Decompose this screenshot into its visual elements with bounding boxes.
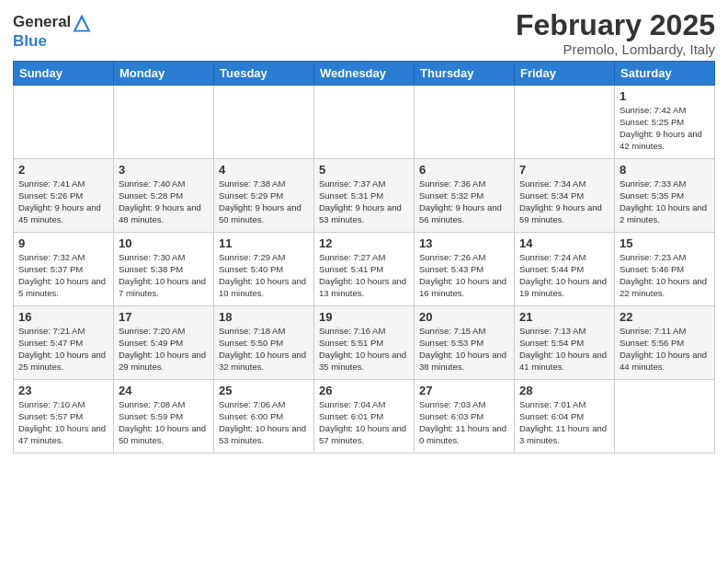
- subtitle: Premolo, Lombardy, Italy: [516, 41, 715, 57]
- day-info: Sunrise: 7:24 AM Sunset: 5:44 PM Dayligh…: [519, 252, 609, 299]
- title-block: February 2025 Premolo, Lombardy, Italy: [516, 9, 715, 57]
- calendar-cell: 1Sunrise: 7:42 AM Sunset: 5:25 PM Daylig…: [615, 86, 715, 159]
- header-monday: Monday: [114, 62, 214, 86]
- calendar-cell: 15Sunrise: 7:23 AM Sunset: 5:46 PM Dayli…: [615, 233, 715, 306]
- day-number: 27: [419, 384, 509, 397]
- logo-blue: Blue: [13, 33, 93, 51]
- day-info: Sunrise: 7:36 AM Sunset: 5:32 PM Dayligh…: [419, 178, 509, 225]
- calendar-cell: 16Sunrise: 7:21 AM Sunset: 5:47 PM Dayli…: [14, 306, 114, 380]
- day-number: 11: [219, 236, 309, 250]
- calendar-header-row: Sunday Monday Tuesday Wednesday Thursday…: [14, 62, 715, 86]
- calendar-cell: [415, 86, 515, 159]
- calendar-cell: 9Sunrise: 7:32 AM Sunset: 5:37 PM Daylig…: [14, 233, 114, 306]
- calendar-table: Sunday Monday Tuesday Wednesday Thursday…: [13, 61, 715, 454]
- calendar-cell: 11Sunrise: 7:29 AM Sunset: 5:40 PM Dayli…: [214, 233, 314, 306]
- day-number: 20: [419, 310, 509, 324]
- header-tuesday: Tuesday: [214, 62, 314, 86]
- day-number: 7: [519, 163, 609, 177]
- header-thursday: Thursday: [415, 62, 515, 86]
- month-title: February 2025: [516, 9, 715, 41]
- day-info: Sunrise: 7:38 AM Sunset: 5:29 PM Dayligh…: [219, 178, 309, 225]
- day-number: 24: [119, 384, 209, 397]
- day-info: Sunrise: 7:10 AM Sunset: 5:57 PM Dayligh…: [18, 399, 108, 446]
- day-number: 22: [620, 310, 710, 324]
- day-info: Sunrise: 7:21 AM Sunset: 5:47 PM Dayligh…: [18, 326, 108, 373]
- logo-general: General: [13, 13, 71, 30]
- day-info: Sunrise: 7:04 AM Sunset: 6:01 PM Dayligh…: [319, 399, 409, 446]
- calendar-cell: 8Sunrise: 7:33 AM Sunset: 5:35 PM Daylig…: [615, 159, 715, 233]
- calendar-cell: [114, 86, 214, 159]
- calendar-cell: 20Sunrise: 7:15 AM Sunset: 5:53 PM Dayli…: [415, 306, 515, 380]
- day-info: Sunrise: 7:41 AM Sunset: 5:26 PM Dayligh…: [18, 178, 108, 225]
- day-number: 4: [219, 163, 309, 177]
- header-wednesday: Wednesday: [314, 62, 415, 86]
- day-info: Sunrise: 7:37 AM Sunset: 5:31 PM Dayligh…: [319, 178, 409, 225]
- calendar-cell: 6Sunrise: 7:36 AM Sunset: 5:32 PM Daylig…: [415, 159, 515, 233]
- day-info: Sunrise: 7:13 AM Sunset: 5:54 PM Dayligh…: [519, 326, 609, 373]
- header-friday: Friday: [515, 62, 615, 86]
- calendar-cell: 14Sunrise: 7:24 AM Sunset: 5:44 PM Dayli…: [515, 233, 615, 306]
- day-number: 17: [119, 310, 209, 324]
- day-number: 28: [519, 384, 609, 397]
- calendar-cell: 13Sunrise: 7:26 AM Sunset: 5:43 PM Dayli…: [415, 233, 515, 306]
- week-row-0: 1Sunrise: 7:42 AM Sunset: 5:25 PM Daylig…: [14, 86, 715, 159]
- week-row-1: 2Sunrise: 7:41 AM Sunset: 5:26 PM Daylig…: [14, 159, 715, 233]
- calendar-cell: 28Sunrise: 7:01 AM Sunset: 6:04 PM Dayli…: [515, 380, 615, 454]
- calendar-cell: 22Sunrise: 7:11 AM Sunset: 5:56 PM Dayli…: [615, 306, 715, 380]
- day-number: 18: [219, 310, 309, 324]
- day-info: Sunrise: 7:27 AM Sunset: 5:41 PM Dayligh…: [319, 252, 409, 299]
- day-number: 6: [419, 163, 509, 177]
- day-info: Sunrise: 7:01 AM Sunset: 6:04 PM Dayligh…: [519, 399, 609, 446]
- day-info: Sunrise: 7:34 AM Sunset: 5:34 PM Dayligh…: [519, 178, 609, 225]
- day-number: 16: [18, 310, 108, 324]
- day-number: 26: [319, 384, 409, 397]
- day-info: Sunrise: 7:30 AM Sunset: 5:38 PM Dayligh…: [119, 252, 209, 299]
- day-info: Sunrise: 7:29 AM Sunset: 5:40 PM Dayligh…: [219, 252, 309, 299]
- day-info: Sunrise: 7:33 AM Sunset: 5:35 PM Dayligh…: [620, 178, 710, 225]
- calendar-cell: 18Sunrise: 7:18 AM Sunset: 5:50 PM Dayli…: [214, 306, 314, 380]
- week-row-4: 23Sunrise: 7:10 AM Sunset: 5:57 PM Dayli…: [14, 380, 715, 454]
- page-container: General Blue February 2025 Premolo, Lomb…: [0, 0, 728, 463]
- day-number: 19: [319, 310, 409, 324]
- day-info: Sunrise: 7:08 AM Sunset: 5:59 PM Dayligh…: [119, 399, 209, 446]
- day-info: Sunrise: 7:18 AM Sunset: 5:50 PM Dayligh…: [219, 326, 309, 373]
- day-info: Sunrise: 7:03 AM Sunset: 6:03 PM Dayligh…: [419, 399, 509, 446]
- day-number: 12: [319, 236, 409, 250]
- day-info: Sunrise: 7:06 AM Sunset: 6:00 PM Dayligh…: [219, 399, 309, 446]
- day-info: Sunrise: 7:42 AM Sunset: 5:25 PM Dayligh…: [620, 105, 710, 152]
- calendar-cell: [214, 86, 314, 159]
- day-number: 9: [18, 236, 108, 250]
- calendar-cell: [615, 380, 715, 454]
- day-info: Sunrise: 7:32 AM Sunset: 5:37 PM Dayligh…: [18, 252, 108, 299]
- calendar-cell: 21Sunrise: 7:13 AM Sunset: 5:54 PM Dayli…: [515, 306, 615, 380]
- day-number: 15: [620, 236, 710, 250]
- logo: General Blue: [13, 13, 93, 51]
- calendar-cell: 17Sunrise: 7:20 AM Sunset: 5:49 PM Dayli…: [114, 306, 214, 380]
- day-number: 13: [419, 236, 509, 250]
- day-number: 23: [18, 384, 108, 397]
- day-number: 3: [119, 163, 209, 177]
- calendar-cell: 25Sunrise: 7:06 AM Sunset: 6:00 PM Dayli…: [214, 380, 314, 454]
- header-sunday: Sunday: [14, 62, 114, 86]
- day-number: 10: [119, 236, 209, 250]
- day-number: 8: [620, 163, 710, 177]
- calendar-cell: [14, 86, 114, 159]
- header-saturday: Saturday: [615, 62, 715, 86]
- calendar-cell: [314, 86, 415, 159]
- day-number: 1: [620, 89, 710, 103]
- calendar-cell: 24Sunrise: 7:08 AM Sunset: 5:59 PM Dayli…: [114, 380, 214, 454]
- calendar-cell: 2Sunrise: 7:41 AM Sunset: 5:26 PM Daylig…: [14, 159, 114, 233]
- header: General Blue February 2025 Premolo, Lomb…: [13, 9, 715, 57]
- calendar-cell: 26Sunrise: 7:04 AM Sunset: 6:01 PM Dayli…: [314, 380, 415, 454]
- calendar-cell: 4Sunrise: 7:38 AM Sunset: 5:29 PM Daylig…: [214, 159, 314, 233]
- calendar-cell: 27Sunrise: 7:03 AM Sunset: 6:03 PM Dayli…: [415, 380, 515, 454]
- day-info: Sunrise: 7:23 AM Sunset: 5:46 PM Dayligh…: [620, 252, 710, 299]
- calendar-cell: 3Sunrise: 7:40 AM Sunset: 5:28 PM Daylig…: [114, 159, 214, 233]
- calendar-cell: [515, 86, 615, 159]
- calendar-cell: 23Sunrise: 7:10 AM Sunset: 5:57 PM Dayli…: [14, 380, 114, 454]
- week-row-2: 9Sunrise: 7:32 AM Sunset: 5:37 PM Daylig…: [14, 233, 715, 306]
- calendar-cell: 7Sunrise: 7:34 AM Sunset: 5:34 PM Daylig…: [515, 159, 615, 233]
- calendar-cell: 10Sunrise: 7:30 AM Sunset: 5:38 PM Dayli…: [114, 233, 214, 306]
- calendar-cell: 19Sunrise: 7:16 AM Sunset: 5:51 PM Dayli…: [314, 306, 415, 380]
- day-info: Sunrise: 7:11 AM Sunset: 5:56 PM Dayligh…: [620, 326, 710, 373]
